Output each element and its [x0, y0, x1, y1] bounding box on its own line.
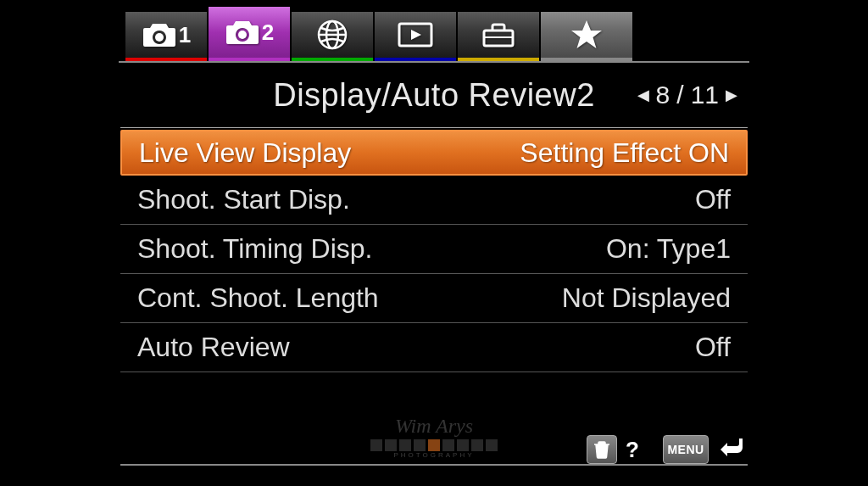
page-title: Display/Auto Review2 [273, 77, 595, 114]
menu-label: Shoot. Timing Disp. [137, 233, 372, 265]
menu-value: Setting Effect ON [520, 137, 729, 169]
tab-setup[interactable] [458, 12, 539, 61]
page-prev-icon[interactable]: ◀ [637, 86, 649, 104]
tab-camera2-num: 2 [262, 20, 274, 46]
tab-bar: 1 2 [0, 5, 868, 61]
menu-item-live-view-display[interactable]: Live View Display Setting Effect ON [120, 130, 748, 176]
playback-icon [397, 21, 434, 48]
page-current: 8 [656, 81, 670, 109]
header-divider [120, 127, 748, 128]
menu-item-cont-shoot-length[interactable]: Cont. Shoot. Length Not Displayed [120, 274, 748, 323]
toolbox-icon [481, 20, 516, 49]
menu-item-shoot-start-disp[interactable]: Shoot. Start Disp. Off [120, 176, 748, 225]
globe-icon [315, 18, 349, 52]
help-button[interactable]: ? [626, 437, 639, 463]
menu-label: Shoot. Start Disp. [137, 184, 350, 215]
menu-label: Auto Review [137, 332, 290, 363]
footer-divider [120, 464, 748, 466]
page-header: Display/Auto Review2 ◀ 8/11 ▶ [0, 63, 868, 127]
svg-point-0 [155, 33, 164, 42]
star-icon [570, 18, 604, 52]
menu-value: Off [695, 332, 731, 363]
camera-icon [142, 21, 177, 48]
menu-value: Not Displayed [562, 282, 731, 314]
tab-favorites[interactable] [541, 12, 632, 61]
page-indicator: ◀ 8/11 ▶ [637, 81, 737, 109]
page-total: 11 [691, 81, 719, 109]
tab-playback[interactable] [375, 12, 456, 61]
tab-network[interactable] [292, 12, 373, 61]
menu-value: On: Type1 [606, 233, 731, 265]
menu-value: Off [695, 184, 731, 215]
tab-camera1[interactable]: 1 [125, 12, 207, 61]
menu-label: Live View Display [139, 137, 351, 169]
menu-list: Live View Display Setting Effect ON Shoo… [120, 130, 748, 372]
delete-button[interactable] [587, 435, 617, 464]
tab-camera2[interactable]: 2 [209, 7, 290, 61]
menu-item-shoot-timing-disp[interactable]: Shoot. Timing Disp. On: Type1 [120, 225, 748, 274]
menu-item-auto-review[interactable]: Auto Review Off [120, 323, 748, 372]
footer-buttons: ? MENU [587, 435, 746, 464]
trash-icon [594, 440, 609, 459]
tab-camera1-num: 1 [179, 22, 191, 48]
svg-point-1 [238, 31, 247, 39]
watermark: Wim Arys PHOTOGRAPHY [370, 415, 498, 459]
back-icon[interactable] [721, 435, 746, 464]
page-next-icon[interactable]: ▶ [726, 86, 737, 104]
camera-icon [225, 19, 260, 46]
menu-button[interactable]: MENU [663, 435, 709, 464]
menu-label: Cont. Shoot. Length [137, 282, 379, 314]
